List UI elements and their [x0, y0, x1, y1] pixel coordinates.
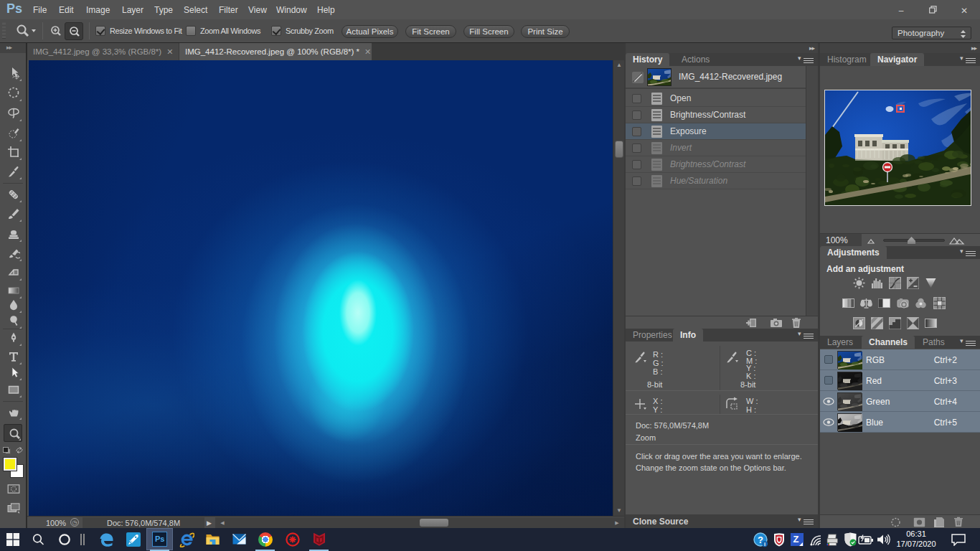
svg-text:i: i [764, 542, 765, 547]
